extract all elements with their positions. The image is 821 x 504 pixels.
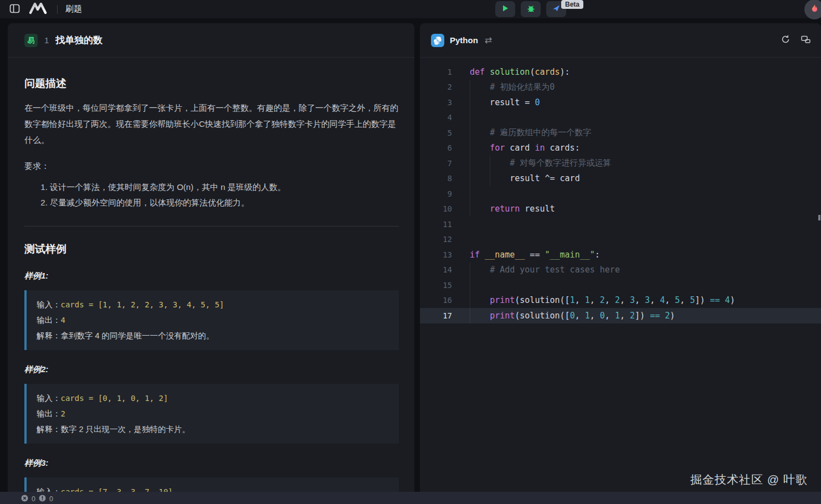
code-line[interactable]: 2 # 初始化结果为0 — [420, 80, 821, 95]
line-number: 5 — [420, 128, 452, 137]
code-line[interactable]: 13if __name__ == "__main__": — [420, 247, 821, 263]
nav-label: 刷题 — [65, 4, 82, 14]
description-heading: 问题描述 — [24, 76, 399, 91]
code-line[interactable]: 12 — [420, 232, 821, 248]
indent-guide — [470, 141, 470, 156]
code-line[interactable]: 9 — [420, 186, 821, 202]
code-line-content: print(solution([0, 1, 0, 1, 2]) == 2) — [452, 308, 821, 323]
example-label: 样例3: — [24, 458, 399, 469]
indent-guide — [470, 263, 470, 278]
python-icon — [431, 34, 444, 47]
indent-guide — [490, 156, 490, 171]
debug-button[interactable] — [521, 1, 541, 17]
warning-count: 0 — [49, 495, 53, 503]
code-editor[interactable]: 1def solution(cards):2 # 初始化结果为03 result… — [420, 58, 821, 323]
code-line[interactable]: 1def solution(cards): — [420, 64, 821, 80]
input-code: cards = [1, 1, 2, 2, 3, 3, 4, 5, 5] — [61, 297, 224, 312]
code-line[interactable]: 4 — [420, 110, 821, 126]
line-number: 8 — [420, 174, 452, 183]
indent-guide — [470, 110, 470, 126]
line-number: 2 — [420, 83, 452, 91]
example-input-row: 输入：cards = [1, 1, 2, 2, 3, 3, 4, 5, 5] — [37, 297, 389, 312]
code-line-content: if __name__ == "__main__": — [452, 247, 821, 263]
flame-icon — [809, 3, 820, 16]
input-label: 输入： — [37, 390, 61, 406]
code-line[interactable]: 14 # Add your test cases here — [420, 263, 821, 278]
code-line[interactable]: 6 for card in cards: — [420, 141, 821, 156]
line-number: 13 — [420, 250, 452, 259]
paper-plane-icon — [552, 4, 561, 14]
code-line[interactable]: 10 return result — [420, 202, 821, 217]
run-button[interactable] — [495, 1, 515, 17]
code-line-content — [452, 186, 821, 202]
editor-panel: Python ⇄ 1def — [420, 23, 821, 492]
input-label: 输入： — [37, 297, 61, 312]
code-line-content: result = 0 — [452, 95, 821, 110]
marscode-logo-icon — [28, 2, 49, 16]
sidebar-toggle-button[interactable] — [9, 3, 20, 16]
example-input-row: 输入：cards = [0, 1, 0, 1, 2] — [37, 390, 389, 406]
line-number: 3 — [420, 98, 452, 107]
example-section: 样例1: 输入：cards = [1, 1, 2, 2, 3, 3, 4, 5,… — [24, 271, 399, 350]
app-logo[interactable] — [28, 2, 49, 16]
input-code: cards = [7, 3, 3, 7, 10] — [61, 484, 173, 492]
code-line[interactable]: 17 print(solution([0, 1, 0, 1, 2]) == 2) — [420, 308, 821, 323]
requirements-label: 要求： — [24, 158, 399, 174]
indent-guide — [470, 156, 470, 171]
code-line[interactable]: 3 result = 0 — [420, 95, 821, 110]
error-count: 0 — [32, 495, 35, 503]
line-number: 11 — [420, 220, 452, 229]
play-icon — [501, 4, 509, 14]
examples-heading: 测试样例 — [24, 242, 399, 256]
code-line[interactable]: 8 result ^= card — [420, 171, 821, 187]
line-number: 17 — [420, 311, 452, 320]
output-label: 输出： — [37, 312, 61, 328]
code-line[interactable]: 11 — [420, 217, 821, 232]
example-label: 样例2: — [24, 364, 399, 375]
line-number: 15 — [420, 281, 452, 290]
beta-badge: Beta — [561, 0, 583, 9]
code-line-content: def solution(cards): — [452, 64, 821, 80]
example-section: 样例3: 输入：cards = [7, 3, 3, 7, 10] 输出：10 — [24, 458, 399, 492]
requirements-list: 设计一个算法，使其时间复杂度为 O(n)，其中 n 是班级的人数。尽量减少额外空… — [24, 179, 399, 210]
bug-icon — [527, 4, 535, 14]
line-number: 4 — [420, 113, 452, 122]
watermark-text: 掘金技术社区 @ 叶歌 — [690, 472, 808, 487]
code-line[interactable]: 16 print(solution([1, 1, 2, 2, 3, 3, 4, … — [420, 293, 821, 308]
example-output-row: 输出：2 — [37, 406, 389, 421]
code-line-content — [452, 232, 821, 248]
example-block: 输入：cards = [0, 1, 0, 1, 2] 输出：2 解释：数字 2 … — [24, 384, 399, 444]
indent-guide — [470, 171, 470, 187]
problems-indicator[interactable]: 0 0 — [21, 495, 53, 503]
description-text: 在一个班级中，每位同学都拿到了一张卡片，上面有一个整数。有趣的是，除了一个数字之… — [24, 100, 399, 148]
line-number: 10 — [420, 204, 452, 213]
problem-title: 找单独的数 — [55, 34, 102, 47]
code-line[interactable]: 15 — [420, 277, 821, 293]
output-code: 2 — [61, 406, 65, 421]
example-output-row: 输出：4 — [37, 312, 389, 328]
topbar-divider — [57, 5, 58, 14]
open-preview-icon — [801, 34, 811, 46]
language-selector[interactable]: Python ⇄ — [431, 34, 492, 47]
code-line-content: result ^= card — [452, 171, 821, 187]
explain-text: 数字 2 只出现一次，是独特的卡片。 — [61, 421, 191, 437]
code-line[interactable]: 5 # 遍历数组中的每一个数字 — [420, 125, 821, 141]
input-code: cards = [0, 1, 0, 1, 2] — [61, 390, 168, 406]
example-label: 样例1: — [24, 271, 399, 281]
reset-code-button[interactable] — [781, 34, 791, 46]
example-block: 输入：cards = [1, 1, 2, 2, 3, 3, 4, 5, 5] 输… — [24, 290, 399, 350]
user-avatar[interactable] — [804, 0, 821, 19]
open-preview-button[interactable] — [801, 34, 811, 46]
line-number: 7 — [420, 159, 452, 168]
example-explain-row: 解释：数字 2 只出现一次，是独特的卡片。 — [37, 421, 389, 437]
code-line[interactable]: 7 # 对每个数字进行异或运算 — [420, 156, 821, 171]
section-divider — [24, 226, 399, 227]
indent-guide — [470, 95, 470, 110]
output-code: 4 — [61, 312, 65, 328]
explain-text: 拿到数字 4 的同学是唯一一个没有配对的。 — [61, 328, 214, 343]
explain-label: 解释： — [37, 328, 61, 343]
problem-body: 问题描述 在一个班级中，每位同学都拿到了一张卡片，上面有一个整数。有趣的是，除了… — [8, 76, 414, 492]
swap-language-icon: ⇄ — [485, 35, 492, 45]
layout-columns-icon — [9, 3, 20, 16]
scrollbar-marker — [818, 215, 820, 220]
